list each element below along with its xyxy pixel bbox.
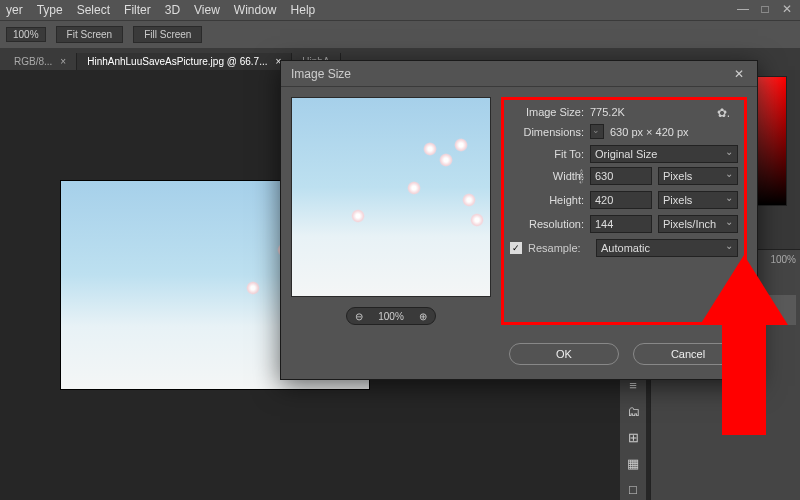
window-minimize-icon[interactable]: — — [736, 2, 750, 16]
dimensions-label: Dimensions: — [510, 126, 584, 138]
fit-to-label: Fit To: — [510, 148, 584, 160]
zoom-level-input[interactable]: 100% — [6, 27, 46, 42]
height-input[interactable] — [590, 191, 652, 209]
tab-label: HinhAnhLuuSaveAsPicture.jpg @ 66.7... — [87, 56, 267, 67]
fit-to-select[interactable]: Original Size — [590, 145, 738, 163]
height-label: Height: — [510, 194, 584, 206]
document-tab[interactable]: HinhAnhLuuSaveAsPicture.jpg @ 66.7... × — [77, 53, 292, 70]
app-menubar: yer Type Select Filter 3D View Window He… — [0, 0, 800, 20]
image-size-preview[interactable] — [291, 97, 491, 297]
menu-filter[interactable]: Filter — [124, 3, 151, 17]
cancel-button[interactable]: Cancel — [633, 343, 743, 365]
tab-close-icon[interactable]: × — [60, 56, 66, 67]
image-size-dialog: Image Size ✕ ⊖ 100% ⊕ ✿. — [280, 60, 758, 380]
dialog-close-icon[interactable]: ✕ — [731, 66, 747, 82]
zoom-in-icon[interactable]: ⊕ — [419, 311, 427, 322]
window-close-icon[interactable]: ✕ — [780, 2, 794, 16]
menu-3d[interactable]: 3D — [165, 3, 180, 17]
preview-zoom-value: 100% — [378, 311, 404, 322]
options-bar: 100% Fit Screen Fill Screen — [0, 20, 800, 48]
ok-button[interactable]: OK — [509, 343, 619, 365]
resolution-input[interactable] — [590, 215, 652, 233]
height-unit-select[interactable]: Pixels — [658, 191, 738, 209]
width-unit-select[interactable]: Pixels — [658, 167, 738, 185]
resample-select[interactable]: Automatic — [596, 239, 738, 257]
zoom-out-icon[interactable]: ⊖ — [355, 311, 363, 322]
resolution-unit-select[interactable]: Pixels/Inch — [658, 215, 738, 233]
properties-icon[interactable]: □ — [620, 476, 646, 500]
dimensions-value: 630 px × 420 px — [610, 126, 689, 138]
menu-select[interactable]: Select — [77, 3, 110, 17]
resample-label: Resample: — [528, 242, 590, 254]
image-size-label: Image Size: — [510, 106, 584, 118]
image-size-value: 775.2K — [590, 106, 625, 118]
menu-type[interactable]: Type — [37, 3, 63, 17]
swatches-icon[interactable]: ▦ — [620, 450, 646, 476]
dimensions-unit-dropdown[interactable] — [590, 124, 604, 139]
image-size-fields-highlight: ✿. Image Size: 775.2K Dimensions: 630 px… — [501, 97, 747, 325]
window-maximize-icon[interactable]: □ — [758, 2, 772, 16]
menu-layer[interactable]: yer — [6, 3, 23, 17]
gear-icon[interactable]: ✿. — [717, 106, 730, 120]
libraries-icon[interactable]: 🗂 — [620, 398, 646, 424]
adjustments-icon[interactable]: ⊞ — [620, 424, 646, 450]
width-label: Width: — [510, 170, 584, 182]
resolution-label: Resolution: — [510, 218, 584, 230]
preview-zoom-control[interactable]: ⊖ 100% ⊕ — [346, 307, 436, 325]
menu-view[interactable]: View — [194, 3, 220, 17]
fit-screen-button[interactable]: Fit Screen — [56, 26, 124, 43]
document-tab[interactable]: RGB/8... × — [4, 53, 77, 70]
resample-checkbox[interactable]: ✓ — [510, 242, 522, 254]
dialog-title: Image Size — [291, 67, 351, 81]
fill-screen-button[interactable]: Fill Screen — [133, 26, 202, 43]
tab-label: RGB/8... — [14, 56, 52, 67]
menu-window[interactable]: Window — [234, 3, 277, 17]
width-input[interactable] — [590, 167, 652, 185]
menu-help[interactable]: Help — [291, 3, 316, 17]
